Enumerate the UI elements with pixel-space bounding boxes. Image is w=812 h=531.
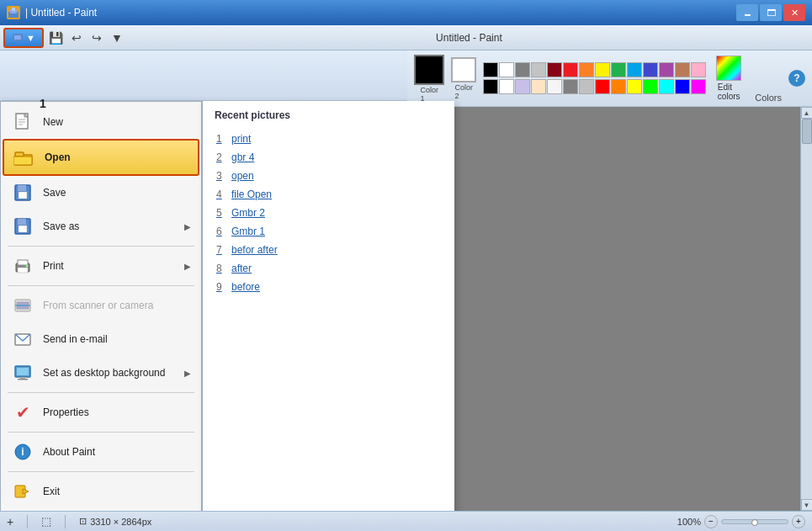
palette-color-22[interactable] [595, 79, 610, 94]
quick-access-toolbar: 💾 ↩ ↪ ▼ [47, 29, 126, 47]
palette-color-19[interactable] [547, 79, 562, 94]
menu-item-desktop[interactable]: Set as desktop background ▶ [1, 356, 201, 390]
palette-color-18[interactable] [531, 79, 546, 94]
svg-rect-14 [19, 192, 27, 199]
palette-color-2[interactable] [499, 62, 514, 77]
palette-color-5[interactable] [547, 62, 562, 77]
palette-color-23[interactable] [611, 79, 626, 94]
palette-color-13[interactable] [675, 62, 690, 77]
recent-item-7[interactable]: 7befor after [210, 241, 448, 259]
status-div2 [65, 515, 66, 528]
recent-item-8[interactable]: 8after [210, 259, 448, 278]
svg-rect-19 [18, 260, 28, 265]
recent-num-8: 8 [216, 263, 226, 274]
paint-menu-button[interactable]: ▼ [3, 28, 44, 48]
scroll-up-arrow-r[interactable]: ▲ [801, 107, 813, 119]
palette-row2 [483, 79, 706, 94]
menu-item-save-as[interactable]: Save as ▶ [1, 210, 201, 243]
zoom-slider-thumb[interactable] [751, 519, 758, 526]
zoom-slider[interactable] [721, 519, 788, 524]
menu-item-new[interactable]: New [1, 105, 201, 139]
recent-item-3[interactable]: 3open [210, 167, 448, 185]
recent-item-5[interactable]: 5Gmbr 2 [210, 204, 448, 222]
palette-color-7[interactable] [579, 62, 594, 77]
vertical-scrollbar-right[interactable]: ▲ ▼ [800, 107, 812, 511]
help-button[interactable]: ? [788, 70, 805, 87]
edit-colors-button[interactable]: Editcolors [713, 54, 745, 103]
palette-color-9[interactable] [611, 62, 626, 77]
svg-text:i: i [21, 446, 24, 458]
menu-item-save[interactable]: Save [1, 176, 201, 210]
palette-color-25[interactable] [643, 79, 658, 94]
recent-item-6[interactable]: 6Gmbr 1 [210, 222, 448, 241]
redo-button[interactable]: ↪ [88, 29, 106, 47]
right-panel: Color1 Color2 Editcolo [407, 50, 812, 511]
zoom-in-button[interactable]: + [792, 515, 805, 528]
open-icon [13, 146, 36, 169]
palette-color-1[interactable] [483, 62, 498, 77]
palette-color-8[interactable] [595, 62, 610, 77]
recent-num-2: 2 [216, 151, 226, 163]
save-as-label: Save as [43, 220, 176, 232]
email-icon [11, 327, 34, 351]
recent-num-9: 9 [216, 281, 226, 293]
undo-button[interactable]: ↩ [67, 29, 86, 47]
palette-container [483, 62, 706, 94]
color2-label: Color2 [454, 83, 473, 100]
palette-color-16[interactable] [499, 79, 514, 94]
recent-item-4[interactable]: 4file Open [210, 185, 448, 204]
colors-section-label: Colors [755, 93, 782, 103]
recent-label-6: Gmbr 1 [231, 226, 265, 237]
maximize-button[interactable]: 🗖 [760, 4, 782, 21]
recent-item-9[interactable]: 9before [210, 278, 448, 296]
svg-rect-24 [15, 305, 30, 306]
status-dimensions: ⊡ 3310 × 2864px [79, 516, 151, 527]
color1-box[interactable] [414, 55, 444, 85]
palette-color-20[interactable] [563, 79, 578, 94]
print-label: Print [43, 260, 176, 272]
customize-qa-button[interactable]: ▼ [108, 29, 126, 47]
menu-item-exit[interactable]: Exit [1, 475, 201, 508]
recent-item-1[interactable]: 1print [210, 130, 448, 148]
palette-color-26[interactable] [659, 79, 674, 94]
palette-color-10[interactable] [627, 62, 642, 77]
palette-color-15[interactable] [483, 79, 498, 94]
palette-color-4[interactable] [531, 62, 546, 77]
canvas-area-right: ▲ ▼ [407, 107, 812, 511]
palette-color-17[interactable] [515, 79, 530, 94]
scroll-down-arrow-r[interactable]: ▼ [801, 499, 813, 511]
palette-row1 [483, 62, 706, 77]
scanner-icon [11, 294, 34, 317]
recent-label-5: Gmbr 2 [231, 207, 265, 219]
palette-color-11[interactable] [643, 62, 658, 77]
scroll-thumb-v-r[interactable] [802, 119, 812, 144]
recent-label-1: print [231, 133, 251, 145]
recent-label-2: gbr 4 [231, 151, 254, 163]
color1-swatch[interactable]: Color1 [414, 55, 444, 103]
zoom-out-button[interactable]: − [704, 515, 718, 528]
recent-item-2[interactable]: 2gbr 4 [210, 148, 448, 167]
close-button[interactable]: ✕ [783, 4, 805, 21]
menu-item-open[interactable]: Open [3, 139, 199, 176]
color2-swatch[interactable]: Color2 [451, 57, 476, 100]
palette-color-3[interactable] [515, 62, 530, 77]
menu-item-print[interactable]: Print ▶ [1, 249, 201, 283]
palette-color-12[interactable] [659, 62, 674, 77]
menu-item-email[interactable]: Send in e-mail [1, 322, 201, 356]
palette-color-27[interactable] [675, 79, 690, 94]
palette-color-6[interactable] [563, 62, 578, 77]
palette-color-28[interactable] [691, 79, 706, 94]
menu-item-properties[interactable]: ✔ Properties [1, 396, 201, 429]
menu-item-about[interactable]: i About Paint [1, 435, 201, 469]
ribbon-tools-left [0, 50, 407, 101]
colors-section: Color1 Color2 Editcolo [407, 50, 812, 107]
dropdown-overlay: 1 New [0, 101, 454, 511]
palette-color-24[interactable] [627, 79, 642, 94]
about-icon: i [11, 440, 34, 464]
color2-box[interactable] [451, 57, 476, 82]
save-quick-button[interactable]: 💾 [47, 29, 66, 47]
palette-color-14[interactable] [691, 62, 706, 77]
minimize-button[interactable]: 🗕 [736, 4, 758, 21]
scanner-label: From scanner or camera [43, 300, 191, 311]
palette-color-21[interactable] [579, 79, 594, 94]
